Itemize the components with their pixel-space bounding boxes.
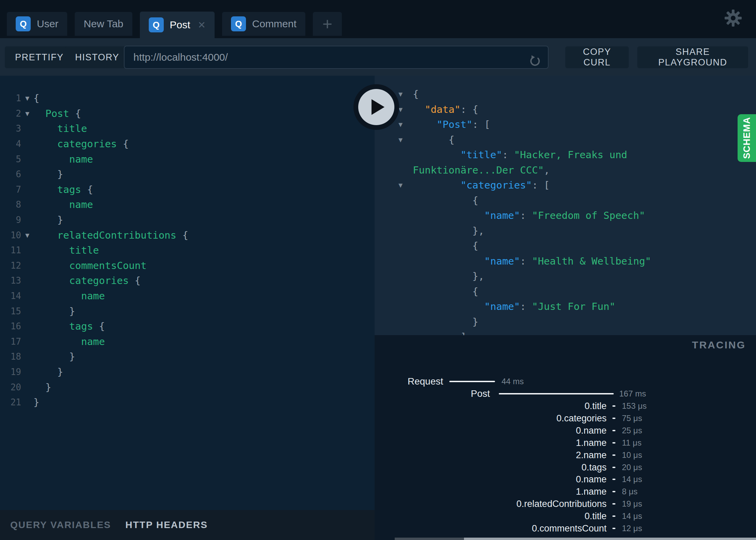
tracing-hscrollbar-thumb[interactable]: [464, 538, 756, 540]
fold-arrow-icon[interactable]: ▼: [398, 181, 403, 189]
query-line[interactable]: 8 name: [0, 197, 375, 212]
history-button[interactable]: HISTORY: [65, 46, 130, 68]
trace-label: 0.name: [375, 425, 607, 436]
new-tab-button[interactable]: +: [313, 12, 342, 36]
trace-label: 0.title: [375, 400, 607, 412]
tab-post[interactable]: QPost✕: [140, 12, 215, 38]
line-number: 2: [0, 108, 21, 119]
query-line[interactable]: 15 }: [0, 303, 375, 319]
play-icon: [372, 99, 384, 115]
endpoint-url-input[interactable]: [125, 51, 527, 63]
tab-label: Post: [170, 19, 190, 31]
fold-arrow-icon[interactable]: ▼: [21, 109, 33, 118]
response-line: ▼{: [375, 87, 756, 102]
query-line[interactable]: 2▼ Post {: [0, 106, 375, 121]
trace-time: 20 μs: [622, 463, 642, 472]
trace-time: 153 μs: [622, 401, 647, 411]
line-number: 14: [0, 291, 21, 301]
query-line[interactable]: 20 }: [0, 379, 375, 395]
tab-user[interactable]: QUser: [7, 12, 67, 36]
query-line[interactable]: 13 categories {: [0, 273, 375, 288]
response-line: "name": "Just For Fun": [375, 299, 756, 314]
query-line[interactable]: 1▼{: [0, 91, 375, 106]
prettify-button[interactable]: PRETTIFY: [5, 46, 74, 68]
fold-arrow-icon[interactable]: ▼: [398, 90, 403, 98]
trace-duration-tick: [612, 430, 615, 431]
line-number: 15: [0, 306, 21, 316]
query-line[interactable]: 11 title: [0, 243, 375, 258]
query-line[interactable]: 14 name: [0, 288, 375, 304]
fold-arrow-icon[interactable]: ▼: [21, 94, 33, 102]
query-variables-tab[interactable]: QUERY VARIABLES: [10, 520, 111, 530]
trace-duration-tick: [612, 418, 615, 419]
response-line: },: [375, 269, 756, 284]
tab-label: Comment: [252, 18, 296, 30]
query-line[interactable]: 6 }: [0, 167, 375, 182]
trace-resolver-row: 0.title14 μs: [375, 510, 756, 522]
trace-resolver-row: 0.tags20 μs: [375, 462, 756, 473]
query-line[interactable]: 4 categories {: [0, 136, 375, 152]
line-number: 7: [0, 184, 21, 195]
share-playground-button[interactable]: SHARE PLAYGROUND: [637, 46, 748, 68]
query-line[interactable]: 18 }: [0, 349, 375, 364]
response-pane: ▼{▼ "data": {▼ "Post": [▼ { "title": "Ha…: [375, 76, 756, 335]
reload-schema-icon[interactable]: [527, 50, 548, 64]
fold-arrow-icon[interactable]: ▼: [21, 231, 33, 239]
line-number: 3: [0, 123, 21, 134]
tracing-panel: TRACING Request44 msPost167 ms0.title153…: [375, 335, 756, 540]
close-tab-icon[interactable]: ✕: [198, 19, 206, 31]
trace-duration-tick: [612, 515, 615, 517]
fold-arrow-icon[interactable]: ▼: [398, 136, 403, 144]
copy-curl-button[interactable]: COPY CURL: [565, 46, 629, 68]
trace-time: 14 μs: [622, 511, 642, 521]
query-line[interactable]: 16 tags {: [0, 319, 375, 334]
query-line[interactable]: 17 name: [0, 334, 375, 349]
execute-query-button[interactable]: [353, 84, 399, 130]
trace-duration-tick: [612, 454, 615, 456]
line-number: 18: [0, 351, 21, 362]
trace-time: 167 ms: [619, 389, 646, 399]
query-line[interactable]: 12 commentsCount: [0, 258, 375, 273]
trace-label: 0.title: [375, 510, 607, 522]
trace-label: Post: [375, 388, 490, 400]
line-number: 12: [0, 260, 21, 271]
play-disc: [358, 89, 394, 125]
response-line: {: [375, 193, 756, 208]
settings-gear-icon[interactable]: [723, 8, 743, 28]
trace-duration-tick: [612, 479, 615, 480]
query-line[interactable]: 7 tags {: [0, 182, 375, 197]
schema-side-tab[interactable]: SCHEMA: [738, 114, 756, 162]
http-headers-tab[interactable]: HTTP HEADERS: [126, 520, 208, 530]
line-number: 10: [0, 230, 21, 240]
trace-time: 44 ms: [501, 377, 524, 386]
trace-time: 10 μs: [622, 450, 642, 460]
trace-label: 0.name: [375, 474, 607, 485]
tracing-title: TRACING: [692, 339, 746, 351]
tab-new-tab[interactable]: New Tab: [75, 12, 132, 36]
trace-label: 1.name: [375, 437, 607, 449]
query-line[interactable]: 9 }: [0, 212, 375, 228]
query-line[interactable]: 19 }: [0, 364, 375, 380]
trace-duration-tick: [612, 491, 615, 492]
response-line: ▼ "categories": [: [375, 178, 756, 193]
tab-label: User: [37, 18, 58, 30]
fold-arrow-icon[interactable]: ▼: [398, 120, 403, 129]
query-editor-pane[interactable]: 1▼{2▼ Post {3 title4 categories {5 name6…: [0, 76, 375, 510]
trace-resolver-row: 0.relatedContributions19 μs: [375, 498, 756, 510]
trace-time: 75 μs: [622, 414, 642, 423]
response-line: ▼ "Post": [: [375, 117, 756, 132]
line-number: 6: [0, 169, 21, 179]
line-number: 11: [0, 245, 21, 255]
trace-duration-bar: [449, 381, 495, 382]
toolbar: PRETTIFY HISTORY COPY CURL SHARE PLAYGRO…: [0, 38, 756, 76]
line-number: 1: [0, 93, 21, 103]
trace-time: 12 μs: [622, 524, 642, 533]
editor-bottom-bar: QUERY VARIABLES HTTP HEADERS: [0, 510, 375, 540]
tab-comment[interactable]: QComment: [222, 12, 305, 36]
query-type-badge: Q: [231, 16, 246, 31]
trace-resolver-row: 0.title153 μs: [375, 400, 756, 412]
query-line[interactable]: 10▼ relatedContributions {: [0, 227, 375, 243]
query-line[interactable]: 21}: [0, 395, 375, 410]
query-line[interactable]: 3 title: [0, 121, 375, 136]
query-line[interactable]: 5 name: [0, 151, 375, 167]
